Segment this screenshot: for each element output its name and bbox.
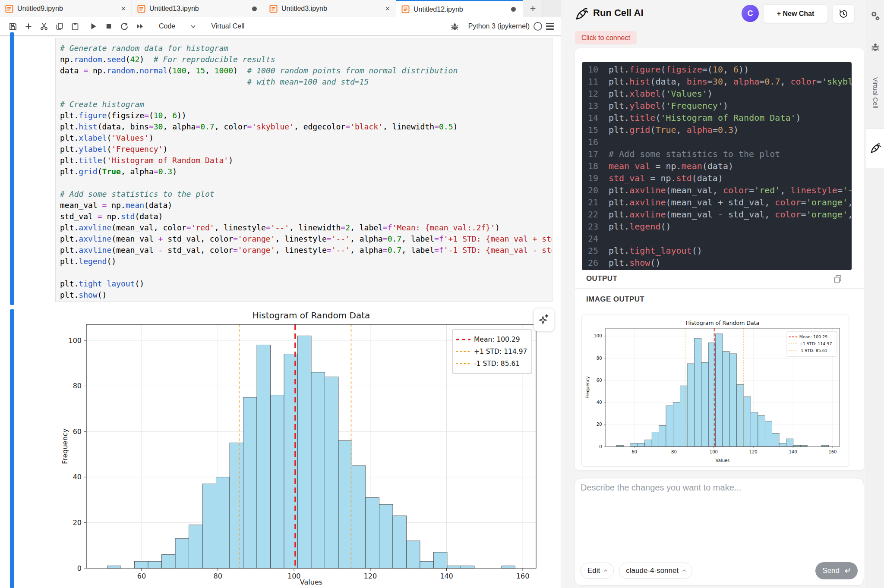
run-all-button[interactable] — [134, 20, 146, 32]
svg-text:120: 120 — [749, 450, 758, 454]
svg-text:-1 STD: 85.61: -1 STD: 85.61 — [799, 348, 827, 353]
image-output-label: IMAGE OUTPUT — [586, 295, 644, 304]
panel-title: Run Cell AI — [593, 7, 644, 19]
cell-code-preview: 10plt.figure(figsize=(10, 6))11plt.hist(… — [582, 62, 852, 270]
tab-untitled3[interactable]: Untitled3.ipynb × — [264, 0, 396, 17]
tab-untitled9[interactable]: Untitled9.ipynb × — [0, 0, 132, 17]
run-cell-button[interactable] — [87, 20, 99, 32]
unsaved-dot-icon[interactable] — [252, 6, 257, 11]
new-tab-button[interactable]: + — [523, 0, 543, 17]
histogram-thumbnail-image: Histogram of Random Data6080100120140160… — [584, 317, 846, 464]
svg-text:+1 STD: 114.97: +1 STD: 114.97 — [474, 348, 527, 355]
chevron-up-icon — [603, 568, 608, 573]
unsaved-dot-icon[interactable] — [511, 7, 516, 12]
notebook-file-icon — [401, 5, 410, 13]
kernel-status-indicator[interactable] — [534, 22, 542, 31]
tab-untitled13[interactable]: Untitled13.ipynb — [132, 0, 264, 17]
svg-text:120: 120 — [364, 572, 377, 580]
new-chat-button[interactable]: + New Chat — [763, 4, 828, 23]
virtual-cell-toolbar-button[interactable]: Virtual Cell — [211, 22, 244, 30]
svg-text:20: 20 — [597, 422, 602, 427]
property-inspector-tab[interactable] — [866, 9, 884, 23]
svg-text:160: 160 — [516, 572, 530, 580]
svg-text:Values: Values — [300, 578, 322, 586]
svg-text:Mean: 100.29: Mean: 100.29 — [474, 336, 520, 343]
code-cell-editor[interactable]: # Generate random data for histogramnp.r… — [55, 38, 552, 302]
svg-text:20: 20 — [73, 519, 82, 527]
carrot-icon — [869, 142, 881, 154]
svg-text:100: 100 — [68, 336, 82, 345]
history-button[interactable] — [832, 4, 855, 23]
paste-cell-button[interactable] — [69, 20, 81, 32]
code-cell-content: # Generate random data for histogramnp.r… — [60, 43, 552, 301]
svg-text:80: 80 — [73, 382, 82, 390]
kernel-name[interactable]: Python 3 (ipykernel) — [468, 22, 530, 30]
model-selector[interactable]: claude-4-sonnet — [619, 563, 692, 579]
cell-type-dropdown[interactable]: Code — [159, 22, 196, 30]
connect-status-badge[interactable]: Click to connect — [575, 31, 637, 44]
cut-cell-button[interactable] — [38, 20, 50, 32]
cell-ai-sparkle-button[interactable] — [534, 308, 554, 331]
mode-selector[interactable]: Edit — [581, 563, 614, 579]
cell-type-value: Code — [159, 22, 175, 30]
svg-text:0: 0 — [77, 564, 82, 572]
svg-text:80: 80 — [597, 356, 602, 361]
close-icon[interactable]: × — [383, 5, 391, 13]
chat-input-card: Edit claude-4-sonnet Send — [574, 478, 864, 586]
menu-icon[interactable] — [546, 23, 554, 30]
section-divider — [575, 288, 864, 289]
debugger-tab[interactable] — [866, 40, 884, 54]
svg-text:Frequency: Frequency — [585, 376, 590, 399]
tab-bar: Untitled9.ipynb × Untitled13.ipynb Untit… — [0, 0, 561, 17]
restart-kernel-button[interactable] — [118, 20, 130, 32]
avatar[interactable]: C — [742, 5, 759, 22]
svg-text:Mean: 100.29: Mean: 100.29 — [799, 334, 827, 339]
svg-text:60: 60 — [631, 450, 637, 454]
copy-cell-button[interactable] — [54, 20, 66, 32]
add-cell-button[interactable] — [22, 20, 35, 32]
run-cell-ai-panel: Run Cell AI C + New Chat Click to connec… — [561, 0, 866, 588]
tab-label: Untitled13.ipynb — [149, 5, 246, 13]
send-label: Send — [822, 566, 840, 575]
bug-icon — [870, 42, 881, 52]
output-cell-selection-bar[interactable] — [10, 309, 14, 588]
svg-text:Values: Values — [716, 458, 730, 463]
send-button[interactable]: Send — [815, 562, 858, 579]
chat-input[interactable] — [581, 483, 857, 552]
bug-icon[interactable] — [449, 20, 461, 32]
svg-text:80: 80 — [213, 572, 222, 580]
sparkle-icon — [538, 314, 549, 326]
chat-controls: Edit claude-4-sonnet Send — [581, 562, 858, 579]
notebook-file-icon — [5, 5, 13, 13]
return-key-icon — [843, 567, 851, 575]
history-icon — [838, 9, 849, 19]
output-section: OUTPUT — [575, 268, 864, 288]
chevron-up-icon — [682, 568, 687, 573]
svg-text:80: 80 — [671, 450, 677, 454]
code-cell-selection-bar[interactable] — [10, 32, 14, 305]
notebook-file-icon — [137, 5, 145, 13]
svg-text:100: 100 — [710, 450, 718, 454]
svg-text:60: 60 — [137, 572, 146, 580]
notebook-file-icon — [269, 5, 278, 13]
gears-icon — [870, 10, 881, 22]
copy-icon — [833, 274, 843, 284]
right-sidebar-strip: Virtual Cell — [866, 0, 884, 588]
stop-kernel-button[interactable] — [103, 20, 115, 32]
cell-review-card: 10plt.figure(figsize=(10, 6))11plt.hist(… — [575, 48, 864, 470]
save-button[interactable] — [7, 20, 19, 32]
close-icon[interactable]: × — [119, 5, 127, 13]
chevron-down-icon — [190, 23, 196, 30]
tab-untitled12-active[interactable]: Untitled12.ipynb — [396, 0, 523, 17]
carrot-logo-icon — [574, 7, 589, 23]
svg-text:100: 100 — [594, 333, 602, 338]
virtual-cell-side-tab[interactable]: Virtual Cell — [866, 65, 884, 121]
svg-text:140: 140 — [789, 450, 797, 454]
svg-text:Frequency: Frequency — [61, 428, 69, 464]
svg-text:60: 60 — [597, 378, 602, 383]
copy-output-button[interactable] — [831, 273, 844, 286]
run-cell-ai-side-tab[interactable] — [866, 129, 884, 168]
notebook-toolbar: Code Virtual Cell Python 3 (ipykernel) — [0, 17, 561, 36]
svg-text:60: 60 — [73, 428, 82, 436]
svg-text:+1 STD: 114.97: +1 STD: 114.97 — [799, 341, 832, 346]
